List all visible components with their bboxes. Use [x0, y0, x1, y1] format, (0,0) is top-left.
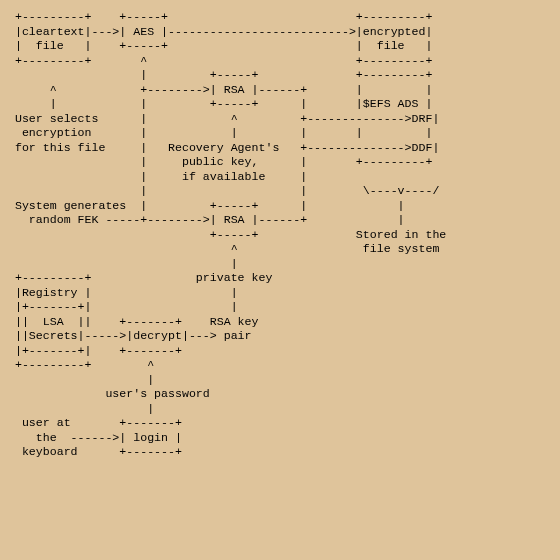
- efs-encryption-diagram: +---------+ +-----+ +---------+ |clearte…: [0, 0, 560, 470]
